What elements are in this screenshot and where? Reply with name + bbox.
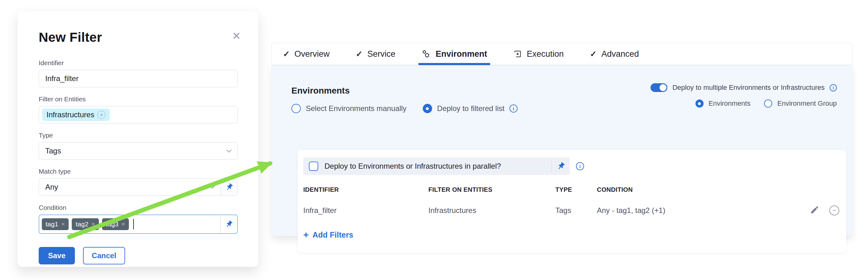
save-button[interactable]: Save [39, 247, 75, 265]
environment-tab-content: Environments Select Environments manuall… [272, 65, 852, 236]
info-icon[interactable]: i [509, 104, 518, 112]
pin-icon[interactable] [557, 162, 565, 171]
tab-service[interactable]: ✓ Service [356, 43, 395, 65]
radio-icon[interactable] [423, 104, 432, 113]
radio-icon[interactable] [764, 100, 772, 108]
filters-card: Deploy to Environments or Infrastructure… [298, 150, 846, 253]
tab-execution[interactable]: Execution [513, 43, 564, 65]
match-type-select[interactable]: Any [39, 178, 238, 196]
entities-input[interactable]: Infrastructures ✕ [39, 106, 238, 124]
toggle-knob [659, 84, 666, 91]
row-entities: Infrastructures [428, 206, 555, 215]
text-cursor [133, 219, 134, 230]
chip-label: Infrastructures [46, 110, 94, 119]
deploy-multiple-toggle[interactable] [651, 83, 668, 92]
check-icon: ✓ [283, 49, 290, 59]
tab-label: Execution [527, 49, 564, 59]
tag-chip: tag2 ✕ [72, 218, 99, 230]
multi-environment-controls: Deploy to multiple Environments or Infra… [651, 83, 837, 108]
pin-toggle[interactable] [221, 179, 238, 196]
radio-label: Select Environments manually [306, 104, 407, 113]
radio-select-environments-manually[interactable]: Select Environments manually [291, 104, 407, 113]
filters-table-header: IDENTIFIER FILTER ON ENTITIES TYPE CONDI… [303, 186, 839, 193]
tag-chip: tag1 ✕ [42, 218, 69, 230]
radio-label: Deploy to filtered list [437, 104, 504, 113]
tag-remove-icon[interactable]: ✕ [91, 221, 95, 227]
add-filters-button[interactable]: + Add Filters [303, 230, 839, 240]
new-filter-modal: ✕ New Filter Identifier Infra_filter Fil… [18, 11, 258, 267]
match-type-label: Match type [39, 168, 238, 175]
tab-environment[interactable]: Environment [422, 43, 487, 65]
tag-label: tag3 [106, 220, 119, 228]
plus-icon: + [303, 230, 309, 240]
filter-table-row: Infra_filter Infrastructures Tags Any - … [303, 205, 839, 216]
chevron-down-icon [209, 185, 215, 189]
pencil-icon [810, 205, 819, 216]
tab-advanced[interactable]: ✓ Advanced [590, 43, 639, 65]
deploy-parallel-bar: Deploy to Environments or Infrastructure… [303, 158, 570, 175]
add-filters-label: Add Filters [313, 231, 353, 240]
entities-chip: Infrastructures ✕ [42, 108, 110, 121]
cancel-button[interactable]: Cancel [83, 247, 125, 265]
tag-label: tag2 [75, 220, 88, 228]
row-identifier: Infra_filter [303, 206, 428, 215]
chip-remove-icon[interactable]: ✕ [97, 111, 105, 119]
tag-chip: tag3 ✕ [102, 218, 129, 230]
type-select[interactable]: Tags [39, 142, 238, 160]
condition-label: Condition [39, 204, 238, 211]
modal-title: New Filter [39, 30, 238, 45]
tab-label: Service [367, 49, 395, 59]
radio-icon[interactable] [291, 104, 301, 113]
column-header-type: TYPE [555, 186, 597, 193]
column-header-entities: FILTER ON ENTITIES [428, 186, 555, 193]
remove-filter-button[interactable]: − [819, 206, 839, 215]
identifier-input[interactable]: Infra_filter [39, 70, 238, 87]
radio-environments[interactable]: Environments [695, 100, 751, 108]
radio-icon[interactable] [695, 100, 704, 108]
stage-tabbar: ✓ Overview ✓ Service Environment [272, 43, 852, 65]
tag-remove-icon[interactable]: ✕ [121, 221, 125, 227]
radio-label: Environments [709, 100, 751, 108]
divider [551, 160, 552, 172]
tag-label: tag1 [45, 220, 58, 228]
tab-label: Advanced [601, 49, 639, 59]
column-header-condition: CONDITION [597, 186, 797, 193]
chevron-down-icon [226, 149, 232, 153]
edit-filter-button[interactable] [797, 205, 819, 216]
execution-play-icon [513, 49, 522, 58]
tab-label: Overview [294, 49, 330, 59]
tag-remove-icon[interactable]: ✕ [61, 221, 65, 227]
entities-label: Filter on Entities [39, 96, 238, 103]
check-icon: ✓ [356, 49, 363, 59]
deploy-parallel-checkbox[interactable] [309, 162, 318, 171]
identifier-label: Identifier [39, 59, 238, 67]
deploy-parallel-label: Deploy to Environments or Infrastructure… [324, 162, 501, 171]
radio-environment-group[interactable]: Environment Group [764, 100, 837, 108]
pipeline-stage-panel: ✓ Overview ✓ Service Environment [272, 43, 852, 236]
minus-circle-icon: − [829, 206, 839, 215]
match-type-value: Any [45, 183, 209, 191]
close-icon[interactable]: ✕ [232, 31, 241, 41]
tab-label: Environment [436, 49, 487, 59]
toggle-label: Deploy to multiple Environments or Infra… [672, 83, 825, 92]
environment-hexagons-icon [422, 49, 431, 59]
info-icon[interactable]: i [576, 162, 584, 170]
pin-toggle[interactable] [220, 215, 237, 233]
tab-overview[interactable]: ✓ Overview [283, 43, 330, 65]
column-header-identifier: IDENTIFIER [303, 186, 428, 193]
condition-tags-input[interactable]: tag1 ✕ tag2 ✕ tag3 ✕ [39, 214, 238, 234]
type-value: Tags [45, 146, 226, 155]
radio-label: Environment Group [777, 100, 837, 108]
identifier-value: Infra_filter [45, 74, 79, 83]
type-label: Type [39, 132, 238, 139]
row-type: Tags [555, 206, 597, 215]
page: ✓ Overview ✓ Service Environment [0, 0, 868, 280]
radio-deploy-to-filtered-list[interactable]: Deploy to filtered list i [423, 104, 518, 113]
info-icon[interactable]: i [830, 84, 837, 91]
row-condition: Any - tag1, tag2 (+1) [597, 206, 797, 215]
check-icon: ✓ [590, 49, 597, 59]
